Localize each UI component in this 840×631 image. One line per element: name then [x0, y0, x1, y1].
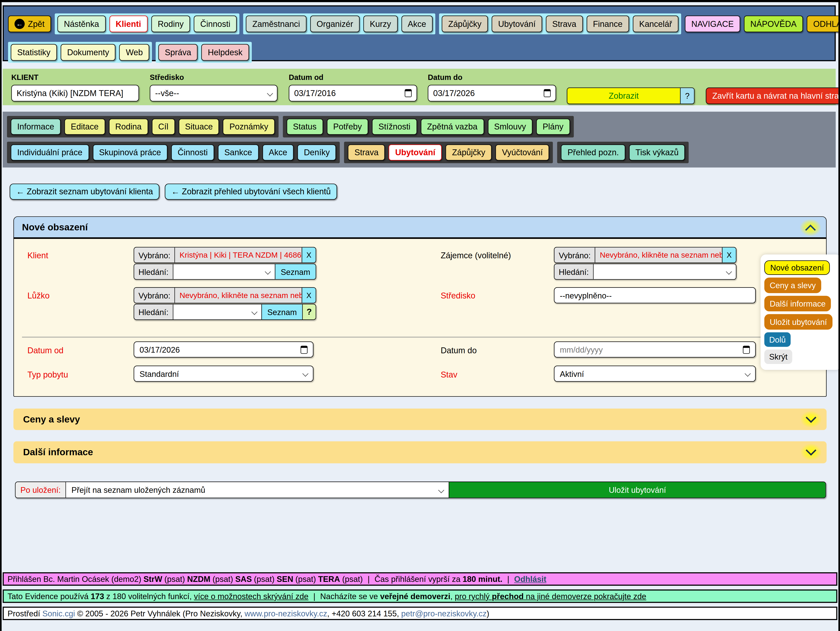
tab-poznamky[interactable]: Poznámky — [223, 119, 275, 135]
tab-sankce[interactable]: Sankce — [218, 144, 259, 160]
tab-editace[interactable]: Editace — [65, 119, 105, 135]
tab-akce[interactable]: Akce — [262, 144, 294, 160]
nav-item-akce[interactable]: Akce — [401, 16, 433, 32]
tab-strava[interactable]: Strava — [348, 144, 385, 160]
tab-informace[interactable]: Informace — [11, 119, 60, 135]
menu-dalsi-informace[interactable]: Další informace — [764, 296, 831, 312]
sonic-link[interactable]: Sonic.cgi — [43, 609, 75, 618]
show-client-accommodation-list-button[interactable]: ← Zobrazit seznam ubytování klienta — [9, 183, 159, 200]
datum-od-filter-input[interactable]: 03/17/2016 — [289, 85, 417, 101]
tab-zapujcky[interactable]: Zápůjčky — [445, 144, 492, 160]
nav-item-ubytovani[interactable]: Ubytování — [492, 16, 542, 32]
nav-item-statistiky[interactable]: Statistiky — [11, 44, 57, 61]
tab-status[interactable]: Status — [286, 119, 323, 135]
tab-zpetna-vazba[interactable]: Zpětná vazba — [421, 119, 484, 135]
zajemce-clear-button[interactable]: X — [722, 248, 736, 263]
save-accommodation-button[interactable]: Uložit ubytování — [449, 482, 826, 498]
zobrazit-button[interactable]: Zobrazit — [567, 88, 680, 103]
tab-rodina[interactable]: Rodina — [109, 119, 148, 135]
klient-seznam-button[interactable]: Seznam — [275, 264, 316, 279]
luzko-clear-button[interactable]: X — [302, 288, 316, 303]
nav-item-klienti[interactable]: Klienti — [109, 16, 147, 32]
tab-cil[interactable]: Cíl — [152, 119, 175, 135]
nav-item-rodiny[interactable]: Rodiny — [151, 16, 190, 32]
expand-dalsi-chevron[interactable] — [800, 443, 822, 461]
separator: | — [507, 574, 510, 584]
nav-item-cinnosti[interactable]: Činnosti — [194, 16, 237, 32]
klient-clear-button[interactable]: X — [302, 248, 316, 263]
nav-item-zapujcky[interactable]: Zápůjčky — [442, 16, 488, 32]
menu-nove-obsazeni[interactable]: Nové obsazení — [764, 261, 830, 275]
close-card-button[interactable]: Zavřít kartu a návrat na hlavní stranu — [706, 87, 840, 104]
menu-skryt[interactable]: Skrýt — [764, 350, 792, 364]
demo-link-text: pro rychlý — [455, 592, 489, 601]
menu-ulozit-ubytovani[interactable]: Uložit ubytování — [764, 314, 832, 329]
tab-prehled-pozn[interactable]: Přehled pozn. — [561, 144, 625, 160]
env-text: Prostředí — [8, 609, 40, 618]
zajemce-search-select[interactable] — [594, 264, 736, 279]
section-dalsi-informace[interactable]: Další informace — [13, 441, 826, 463]
section-ceny-a-slevy[interactable]: Ceny a slevy — [13, 408, 826, 430]
tab-skupinova-prace[interactable]: Skupinová práce — [93, 144, 167, 160]
tab-vyuctovani[interactable]: Vyúčtování — [496, 144, 549, 160]
section-title: Další informace — [23, 447, 93, 458]
expand-ceny-chevron[interactable] — [800, 411, 822, 428]
typ-pobytu-select[interactable]: Standardní — [134, 365, 313, 382]
collapse-panel-chevron[interactable] — [800, 219, 821, 236]
nav-item-sprava[interactable]: Správa — [158, 44, 197, 61]
website-link[interactable]: www.pro-neziskovky.cz — [245, 609, 327, 618]
luzko-search-select[interactable] — [173, 304, 261, 319]
login-status-bar: Přihlášen Bc. Martin Ocásek (demo2) StrW… — [3, 572, 837, 585]
datum-od-input[interactable]: 03/17/2026 — [134, 342, 313, 357]
nav-item-strava[interactable]: Strava — [546, 16, 583, 32]
tab-potreby[interactable]: Potřeby — [327, 119, 368, 135]
tab-stiznosti[interactable]: Stížnosti — [372, 119, 417, 135]
hide-options-link[interactable]: více o možnostech skrývání zde — [194, 592, 308, 601]
chevron-down-icon — [265, 269, 271, 275]
nav-item-helpdesk[interactable]: Helpdesk — [201, 44, 249, 61]
nav-item-nastenka[interactable]: Nástěnka — [57, 16, 106, 32]
tab-deniky[interactable]: Deníky — [298, 144, 336, 160]
zajemce-field-label: Zájemce (volitelné) — [441, 251, 511, 260]
nav-item-finance[interactable]: Finance — [587, 16, 629, 32]
tab-situace[interactable]: Situace — [178, 119, 219, 135]
tab-tisk-vykazu[interactable]: Tisk výkazů — [629, 144, 685, 160]
email-link[interactable]: petr@pro-neziskovky.cz — [401, 609, 486, 618]
luzko-seznam-button[interactable]: Seznam — [261, 304, 302, 319]
back-button[interactable]: ← Zpět — [8, 16, 51, 32]
after-save-select[interactable]: Přejít na seznam uložených záznamů — [66, 482, 449, 498]
nav-item-kurzy[interactable]: Kurzy — [363, 16, 397, 32]
chevron-down-icon — [251, 309, 257, 315]
luzko-help-button[interactable]: ? — [302, 304, 316, 319]
stredisko-filter-select[interactable]: --vše-- — [150, 85, 278, 101]
klient-filter-input[interactable]: Kristýna (Kiki) [NZDM TERA] — [11, 85, 139, 101]
demo-switch-link[interactable]: pro rychlý přechod na jiné demoverze pok… — [455, 592, 646, 601]
stav-select[interactable]: Aktivní — [554, 365, 756, 382]
nav-item-organizer[interactable]: Organizér — [310, 16, 360, 32]
tab-cinnosti[interactable]: Činnosti — [171, 144, 214, 160]
tab-plany[interactable]: Plány — [536, 119, 570, 135]
napoveda-button[interactable]: NÁPOVĚDA — [744, 16, 803, 32]
nav-item-zamestnanci[interactable]: Zaměstnanci — [246, 16, 306, 32]
show-all-accommodation-overview-button[interactable]: ← Zobrazit přehled ubytování všech klien… — [165, 183, 337, 200]
datum-do-input[interactable]: mm/dd/yyyy — [554, 342, 756, 357]
nav-item-kancelar[interactable]: Kancelář — [633, 16, 678, 32]
odhlasit-button[interactable]: ODHLÁSIT — [807, 16, 840, 32]
logout-link[interactable]: Odhlásit — [514, 574, 546, 584]
after-save-label: Po uložení: — [16, 482, 66, 498]
navigace-button[interactable]: NAVIGACE — [685, 16, 740, 32]
tab-smlouvy[interactable]: Smlouvy — [488, 119, 532, 135]
tab-ubytovani[interactable]: Ubytování — [389, 144, 442, 160]
zobrazit-help-button[interactable]: ? — [680, 88, 694, 103]
nav-item-web[interactable]: Web — [119, 44, 149, 61]
vybrano-label: Vybráno: — [134, 288, 175, 303]
tab-individualni-prace[interactable]: Individuální práce — [11, 144, 89, 160]
menu-dolu[interactable]: Dolů — [764, 332, 791, 347]
menu-ceny-a-slevy[interactable]: Ceny a slevy — [764, 277, 821, 293]
zobrazit-group: Zobrazit ? — [567, 87, 695, 104]
datum-do-filter-input[interactable]: 03/17/2026 — [428, 85, 556, 101]
luzko-search-group: Hledání: Seznam ? — [134, 304, 316, 320]
nav-item-dokumenty[interactable]: Dokumenty — [61, 44, 116, 61]
klient-search-select[interactable] — [173, 264, 275, 279]
stredisko-select[interactable]: --nevyplněno-- — [554, 287, 756, 303]
